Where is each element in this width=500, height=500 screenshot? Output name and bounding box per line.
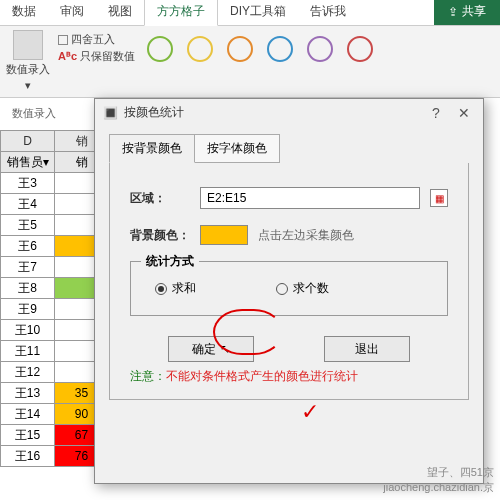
range-input[interactable]: E2:E15	[200, 187, 420, 209]
table-row[interactable]: 王11	[1, 341, 109, 362]
cancel-button[interactable]: 退出	[324, 336, 410, 362]
dialog-icon: 🔳	[103, 106, 118, 120]
table-row[interactable]: 王6	[1, 236, 109, 257]
table-row[interactable]: 王9	[1, 299, 109, 320]
table-row[interactable]: 王10	[1, 320, 109, 341]
table-row[interactable]: 王5	[1, 215, 109, 236]
header-cell[interactable]: 销售员▾	[1, 152, 55, 173]
dialog-note: 注意：不能对条件格式产生的颜色进行统计	[130, 368, 448, 385]
tab-view[interactable]: 视图	[96, 0, 144, 25]
bgcolor-hint: 点击左边采集颜色	[258, 227, 354, 244]
table-row[interactable]: 王1335	[1, 383, 109, 404]
checkbox-icon	[58, 35, 68, 45]
col-header[interactable]: D	[1, 131, 55, 152]
color-green-icon[interactable]	[147, 36, 173, 62]
ribbon-body: 数值录入 ▾ 四舍五入 Aᴮc只保留数值	[0, 26, 500, 98]
bgcolor-label: 背景颜色：	[130, 227, 190, 244]
number-input-group[interactable]: 数值录入 ▾	[2, 30, 54, 93]
tab-tellme[interactable]: 告诉我	[298, 0, 358, 25]
round-option[interactable]: 四舍五入	[58, 32, 115, 47]
table-row[interactable]: 王1490	[1, 404, 109, 425]
range-label: 区域：	[130, 190, 190, 207]
cursor-icon: ↖	[220, 342, 230, 356]
dialog-titlebar: 🔳 按颜色统计 ? ✕	[95, 99, 483, 126]
group-label: 数值录入	[12, 106, 56, 121]
tab-fontcolor[interactable]: 按字体颜色	[194, 134, 280, 163]
color-red-icon[interactable]	[347, 36, 373, 62]
color-yellow-icon[interactable]	[187, 36, 213, 62]
color-tools	[139, 30, 381, 93]
table-row[interactable]: 王1567	[1, 425, 109, 446]
tab-data[interactable]: 数据	[0, 0, 48, 25]
color-orange-icon[interactable]	[227, 36, 253, 62]
method-fieldset: 统计方式 求和 求个数	[130, 261, 448, 316]
bgcolor-swatch[interactable]	[200, 225, 248, 245]
table-row[interactable]: 王3	[1, 173, 109, 194]
annotation-check: ✓	[301, 399, 319, 425]
number-input-icon	[13, 30, 43, 60]
table-row[interactable]: 王8	[1, 278, 109, 299]
table-row[interactable]: 王7	[1, 257, 109, 278]
options-group: 四舍五入 Aᴮc只保留数值	[54, 30, 139, 93]
table-row[interactable]: 王12	[1, 362, 109, 383]
color-purple-icon[interactable]	[307, 36, 333, 62]
method-legend: 统计方式	[141, 253, 199, 270]
color-stats-dialog: 🔳 按颜色统计 ? ✕ 按背景颜色 按字体颜色 区域： E2:E15 ▦ 背景颜…	[94, 98, 484, 484]
radio-icon	[276, 283, 288, 295]
help-button[interactable]: ?	[425, 105, 447, 121]
tab-diy[interactable]: DIY工具箱	[218, 0, 298, 25]
close-button[interactable]: ✕	[453, 105, 475, 121]
tab-review[interactable]: 审阅	[48, 0, 96, 25]
color-blue-icon[interactable]	[267, 36, 293, 62]
tab-bgcolor[interactable]: 按背景颜色	[109, 134, 195, 163]
radio-icon	[155, 283, 167, 295]
ok-button[interactable]: 确定↖	[168, 336, 254, 362]
dialog-tabs: 按背景颜色 按字体颜色	[109, 134, 469, 163]
table-row[interactable]: 王4	[1, 194, 109, 215]
ribbon-tabs: 数据 审阅 视图 方方格子 DIY工具箱 告诉我 ⇪共享	[0, 0, 500, 26]
keepnum-option[interactable]: Aᴮc只保留数值	[58, 49, 135, 64]
range-picker-button[interactable]: ▦	[430, 189, 448, 207]
radio-sum[interactable]: 求和	[155, 280, 196, 297]
dialog-title: 按颜色统计	[124, 104, 184, 121]
watermark: 望子、四51京jiaocheng.chazidian.京	[383, 465, 494, 494]
table-row[interactable]: 王1676	[1, 446, 109, 467]
abc-icon: Aᴮc	[58, 50, 77, 63]
dialog-panel: 区域： E2:E15 ▦ 背景颜色： 点击左边采集颜色 统计方式 求和 求个数 …	[109, 163, 469, 400]
share-button[interactable]: ⇪共享	[434, 0, 500, 25]
share-icon: ⇪	[448, 5, 458, 19]
radio-count[interactable]: 求个数	[276, 280, 329, 297]
spreadsheet[interactable]: D销销售员▾销王3王4王5王6王7王8王9王10王11王12王1335王1490…	[0, 130, 109, 467]
tab-fangfang[interactable]: 方方格子	[144, 0, 218, 26]
